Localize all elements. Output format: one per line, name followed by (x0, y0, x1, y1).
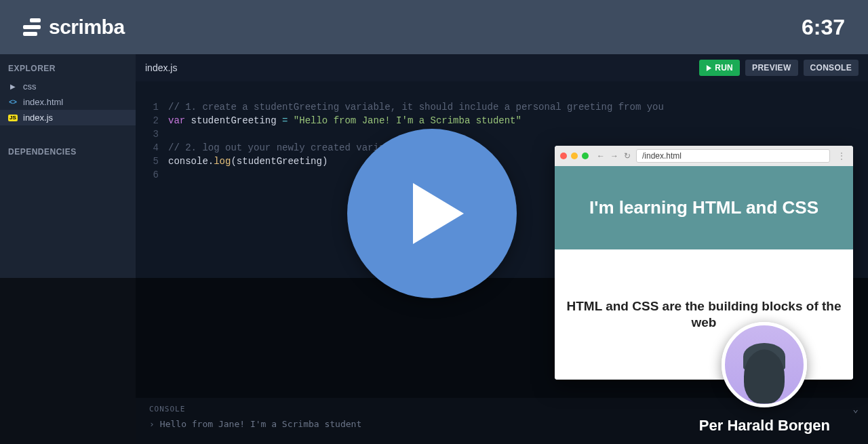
video-timestamp: 6:37 (802, 15, 845, 40)
reload-icon[interactable]: ↻ (624, 151, 631, 161)
traffic-lights (560, 153, 589, 159)
brand: scrimba (23, 16, 125, 39)
sidebar-item-label: index.html (23, 97, 63, 107)
instructor-card: Per Harald Borgen (699, 322, 830, 435)
console-output-text: Hello from Jane! I'm a Scrimba student (160, 419, 361, 429)
run-button[interactable]: RUN (699, 60, 740, 76)
browser-url-field[interactable]: /index.html (636, 149, 830, 163)
zoom-dot-icon (582, 153, 589, 159)
editor-toolbar: index.js RUN PREVIEW CONSOLE (136, 54, 868, 81)
active-file-tab[interactable]: index.js (145, 62, 177, 73)
js-file-icon: JS (8, 115, 18, 121)
top-bar: scrimba 6:37 (0, 0, 868, 54)
minimize-dot-icon (571, 153, 578, 159)
instructor-name: Per Harald Borgen (699, 417, 830, 435)
play-icon (403, 180, 471, 247)
forward-icon[interactable]: → (610, 151, 618, 161)
folder-collapsed-icon: ▶ (8, 83, 18, 90)
line-gutter: 123456 (136, 100, 168, 182)
console-caret-icon: › (149, 419, 155, 429)
instructor-avatar (722, 322, 807, 407)
collapse-console-icon[interactable]: ⌄ (853, 403, 859, 414)
html-file-icon: <> (8, 98, 18, 106)
sidebar-item-css[interactable]: ▶ css (0, 79, 136, 94)
browser-nav-icons: ← → ↻ (597, 151, 631, 161)
close-dot-icon (560, 153, 567, 159)
page-hero-heading: I'm learning HTML and CSS (555, 166, 853, 249)
browser-toolbar: ← → ↻ /index.html ⋮ (555, 146, 853, 166)
back-icon[interactable]: ← (597, 151, 605, 161)
sidebar-item-index-js[interactable]: JS index.js (0, 110, 136, 125)
console-button[interactable]: CONSOLE (804, 60, 859, 76)
brand-logo-icon (23, 18, 41, 36)
explorer-heading: EXPLORER (0, 54, 136, 79)
run-button-label: RUN (715, 63, 733, 73)
play-icon (706, 65, 712, 71)
sidebar-item-label: index.js (23, 113, 53, 123)
browser-url-text: /index.html (642, 151, 682, 161)
preview-button[interactable]: PREVIEW (745, 60, 797, 76)
play-video-button[interactable] (347, 129, 517, 298)
browser-menu-icon[interactable]: ⋮ (835, 150, 848, 161)
dependencies-heading: DEPENDENCIES (0, 138, 136, 162)
brand-name: scrimba (49, 16, 125, 39)
sidebar-item-label: css (23, 81, 37, 92)
sidebar-item-index-html[interactable]: <> index.html (0, 94, 136, 110)
dim-overlay (0, 278, 136, 444)
